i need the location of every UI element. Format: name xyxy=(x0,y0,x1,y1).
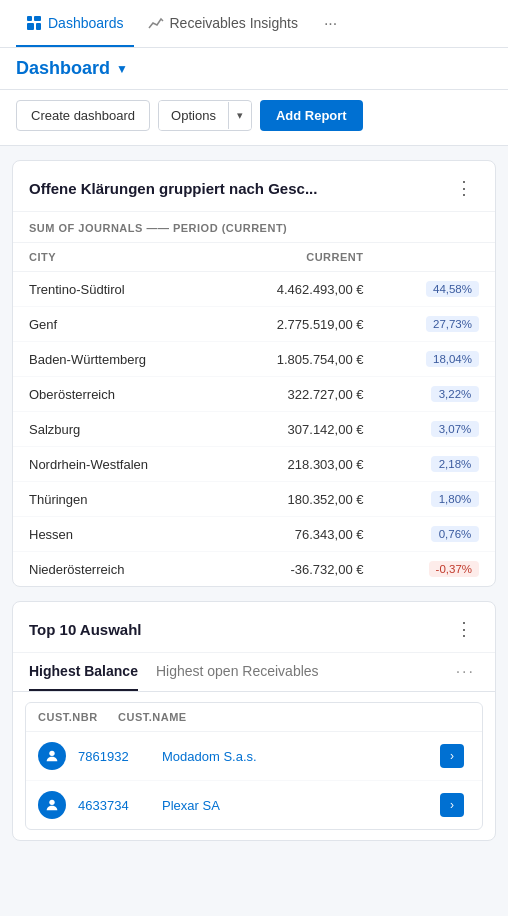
pct-cell-7: 0,76% xyxy=(379,517,495,552)
svg-point-4 xyxy=(49,751,54,756)
avatar-0 xyxy=(38,742,66,770)
pct-cell-2: 18,04% xyxy=(379,342,495,377)
customer-table-header: Cust.Nbr Cust.Name xyxy=(26,703,482,732)
city-cell-4: Salzburg xyxy=(13,412,218,447)
card2-menu-button[interactable]: ⋮ xyxy=(451,616,479,642)
pct-cell-5: 2,18% xyxy=(379,447,495,482)
pct-badge-0: 44,58% xyxy=(426,281,479,297)
pct-badge-1: 27,73% xyxy=(426,316,479,332)
city-cell-7: Hessen xyxy=(13,517,218,552)
dropdown-arrow-icon: ▼ xyxy=(116,62,128,76)
amount-cell-0: 4.462.493,00 € xyxy=(218,272,379,307)
pct-badge-8: -0,37% xyxy=(429,561,479,577)
city-cell-0: Trentino-Südtirol xyxy=(13,272,218,307)
amount-cell-2: 1.805.754,00 € xyxy=(218,342,379,377)
city-cell-8: Niederösterreich xyxy=(13,552,218,587)
dashboard-title-text: Dashboard xyxy=(16,58,110,79)
pct-badge-2: 18,04% xyxy=(426,351,479,367)
tab-highest-balance[interactable]: Highest Balance xyxy=(29,653,138,691)
nav-item-dashboards[interactable]: Dashboards xyxy=(16,0,134,47)
top10-tabs: Highest Balance Highest open Receivables… xyxy=(13,653,495,692)
city-cell-6: Thüringen xyxy=(13,482,218,517)
sub-header: Dashboard ▼ xyxy=(0,48,508,90)
pct-badge-4: 3,07% xyxy=(431,421,479,437)
pct-badge-3: 3,22% xyxy=(431,386,479,402)
amount-cell-5: 218.303,00 € xyxy=(218,447,379,482)
top-nav: Dashboards Receivables Insights ··· xyxy=(0,0,508,48)
card1-menu-button[interactable]: ⋮ xyxy=(451,175,479,201)
create-dashboard-button[interactable]: Create dashboard xyxy=(16,100,150,131)
col-pct-header xyxy=(379,243,495,272)
toolbar: Create dashboard Options ▾ Add Report xyxy=(0,90,508,146)
options-arrow-button[interactable]: ▾ xyxy=(228,102,251,129)
options-split-button: Options ▾ xyxy=(158,100,252,131)
col-action-header xyxy=(440,711,470,723)
pct-badge-5: 2,18% xyxy=(431,456,479,472)
card1-subtitle: SUM OF JOURNALS —— PERIOD (CURRENT) xyxy=(13,212,495,243)
table-row: Salzburg307.142,00 €3,07% xyxy=(13,412,495,447)
city-cell-2: Baden-Württemberg xyxy=(13,342,218,377)
row-nav-btn-1[interactable]: › xyxy=(440,793,464,817)
chart-icon xyxy=(148,15,164,31)
pct-badge-7: 0,76% xyxy=(431,526,479,542)
city-cell-5: Nordrhein-Westfalen xyxy=(13,447,218,482)
customer-row-0: 7861932 Modadom S.a.s. › xyxy=(26,732,482,781)
tab-highest-open-receivables[interactable]: Highest open Receivables xyxy=(156,653,319,691)
amount-cell-3: 322.727,00 € xyxy=(218,377,379,412)
main-content: Offene Klärungen gruppiert nach Gesc... … xyxy=(0,146,508,855)
table-row: Hessen76.343,00 €0,76% xyxy=(13,517,495,552)
table-row: Trentino-Südtirol4.462.493,00 €44,58% xyxy=(13,272,495,307)
card1-title: Offene Klärungen gruppiert nach Gesc... xyxy=(29,180,317,197)
dashboard-icon xyxy=(26,15,42,31)
top10-card: Top 10 Auswahl ⋮ Highest Balance Highest… xyxy=(12,601,496,841)
pct-badge-6: 1,80% xyxy=(431,491,479,507)
pct-cell-6: 1,80% xyxy=(379,482,495,517)
card2-header: Top 10 Auswahl ⋮ xyxy=(13,602,495,653)
pct-cell-4: 3,07% xyxy=(379,412,495,447)
pct-cell-0: 44,58% xyxy=(379,272,495,307)
card2-title: Top 10 Auswahl xyxy=(29,621,142,638)
col-city: CITY xyxy=(13,243,218,272)
nav-more-button[interactable]: ··· xyxy=(316,7,345,41)
col-cust-nbr-header: Cust.Nbr xyxy=(38,711,118,723)
amount-cell-7: 76.343,00 € xyxy=(218,517,379,552)
pct-cell-3: 3,22% xyxy=(379,377,495,412)
nav-label-dashboards: Dashboards xyxy=(48,15,124,31)
offene-klarungen-card: Offene Klärungen gruppiert nach Gesc... … xyxy=(12,160,496,587)
customer-table: Cust.Nbr Cust.Name 7861932 Modadom S.a.s… xyxy=(25,702,483,830)
svg-rect-1 xyxy=(34,16,41,21)
svg-rect-0 xyxy=(27,16,32,21)
city-cell-1: Genf xyxy=(13,307,218,342)
amount-cell-1: 2.775.519,00 € xyxy=(218,307,379,342)
svg-point-5 xyxy=(49,800,54,805)
options-main-button[interactable]: Options xyxy=(159,101,228,130)
cust-name-0[interactable]: Modadom S.a.s. xyxy=(162,749,436,764)
svg-rect-3 xyxy=(36,23,41,30)
cust-nbr-0[interactable]: 7861932 xyxy=(78,749,158,764)
avatar-1 xyxy=(38,791,66,819)
nav-label-receivables: Receivables Insights xyxy=(170,15,298,31)
customer-row-1: 4633734 Plexar SA › xyxy=(26,781,482,829)
add-report-button[interactable]: Add Report xyxy=(260,100,363,131)
card1-table: CITY CURRENT Trentino-Südtirol4.462.493,… xyxy=(13,243,495,586)
pct-cell-1: 27,73% xyxy=(379,307,495,342)
table-row: Baden-Württemberg1.805.754,00 €18,04% xyxy=(13,342,495,377)
table-row: Niederösterreich-36.732,00 €-0,37% xyxy=(13,552,495,587)
table-row: Thüringen180.352,00 €1,80% xyxy=(13,482,495,517)
cust-nbr-1[interactable]: 4633734 xyxy=(78,798,158,813)
tabs-more-button[interactable]: ··· xyxy=(452,655,479,689)
dashboard-title-dropdown[interactable]: Dashboard ▼ xyxy=(16,58,128,79)
amount-cell-6: 180.352,00 € xyxy=(218,482,379,517)
amount-cell-8: -36.732,00 € xyxy=(218,552,379,587)
nav-item-receivables[interactable]: Receivables Insights xyxy=(138,0,308,47)
amount-cell-4: 307.142,00 € xyxy=(218,412,379,447)
table-row: Oberösterreich322.727,00 €3,22% xyxy=(13,377,495,412)
col-current: CURRENT xyxy=(218,243,379,272)
row-nav-btn-0[interactable]: › xyxy=(440,744,464,768)
pct-cell-8: -0,37% xyxy=(379,552,495,587)
table-row: Genf2.775.519,00 €27,73% xyxy=(13,307,495,342)
cust-name-1[interactable]: Plexar SA xyxy=(162,798,436,813)
svg-rect-2 xyxy=(27,23,34,30)
card1-header: Offene Klärungen gruppiert nach Gesc... … xyxy=(13,161,495,212)
table-row: Nordrhein-Westfalen218.303,00 €2,18% xyxy=(13,447,495,482)
